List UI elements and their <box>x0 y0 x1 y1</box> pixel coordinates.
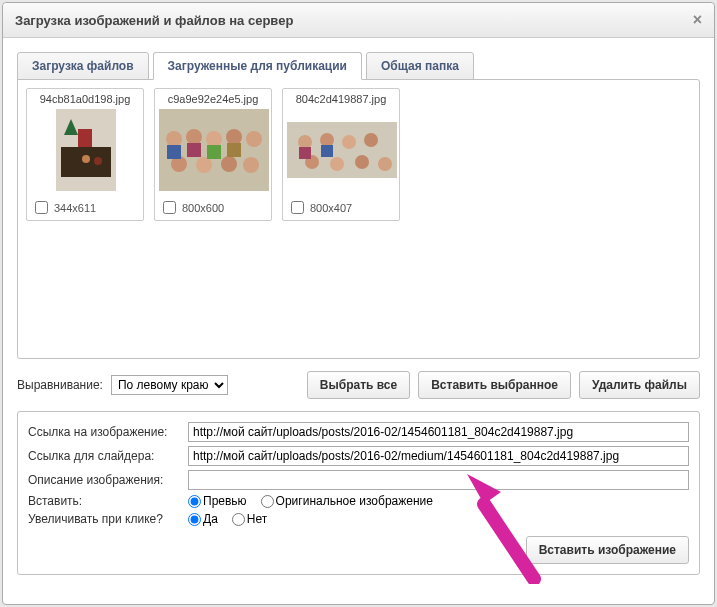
thumbnail-item[interactable]: c9a9e92e24e5.jpg <box>154 88 272 221</box>
action-buttons: Выбрать все Вставить выбранное Удалить ф… <box>307 371 700 399</box>
thumbnail-dims: 800x600 <box>182 202 224 214</box>
dialog-titlebar: Загрузка изображений и файлов на сервер … <box>3 3 714 38</box>
yes-radio[interactable] <box>188 513 201 526</box>
select-all-button[interactable]: Выбрать все <box>307 371 410 399</box>
slider-link-input[interactable] <box>188 446 689 466</box>
insert-label: Вставить: <box>28 494 188 508</box>
upload-dialog: Загрузка изображений и файлов на сервер … <box>2 2 715 605</box>
enlarge-radios: Да Нет <box>188 512 277 526</box>
svg-rect-30 <box>321 145 333 157</box>
image-link-label: Ссылка на изображение: <box>28 425 188 439</box>
slider-link-label: Ссылка для слайдера: <box>28 449 188 463</box>
tab-upload[interactable]: Загрузка файлов <box>17 52 149 80</box>
thumbnail-filename: 94cb81a0d198.jpg <box>31 93 139 105</box>
insert-image-button[interactable]: Вставить изображение <box>526 536 689 564</box>
svg-point-5 <box>94 157 102 165</box>
thumbnail-select-row: 800x600 <box>159 199 267 216</box>
svg-point-11 <box>246 131 262 147</box>
thumbnail-image <box>159 109 269 191</box>
yes-radio-label: Да <box>203 512 218 526</box>
svg-point-21 <box>298 135 312 149</box>
align-select[interactable]: По левому краю <box>111 375 228 395</box>
preview-radio-label: Превью <box>203 494 247 508</box>
insert-selected-button[interactable]: Вставить выбранное <box>418 371 571 399</box>
thumbnail-image <box>31 109 141 191</box>
tab-published[interactable]: Загруженные для публикации <box>153 52 362 80</box>
svg-point-4 <box>82 155 90 163</box>
image-form-panel: Ссылка на изображение: Ссылка для слайде… <box>17 411 700 575</box>
svg-rect-17 <box>187 143 201 157</box>
svg-point-14 <box>221 156 237 172</box>
align-label: Выравнивание: <box>17 378 103 392</box>
thumbnail-dims: 344x611 <box>54 202 96 214</box>
tab-bar: Загрузка файлов Загруженные для публикац… <box>17 52 700 80</box>
close-icon[interactable]: × <box>693 11 702 29</box>
svg-rect-29 <box>299 147 311 159</box>
svg-point-9 <box>206 131 222 147</box>
description-label: Описание изображения: <box>28 473 188 487</box>
svg-rect-2 <box>78 129 92 147</box>
thumbnail-dims: 800x407 <box>310 202 352 214</box>
thumbnail-item[interactable]: 94cb81a0d198.jpg 344x611 <box>26 88 144 221</box>
enlarge-label: Увеличивать при клике? <box>28 512 188 526</box>
dialog-title: Загрузка изображений и файлов на сервер <box>15 13 293 28</box>
dialog-content: Загрузка файлов Загруженные для публикац… <box>3 38 714 589</box>
svg-point-7 <box>166 131 182 147</box>
svg-point-24 <box>364 133 378 147</box>
thumbnail-select-row: 800x407 <box>287 199 395 216</box>
thumbnail-image <box>287 109 397 191</box>
svg-point-23 <box>342 135 356 149</box>
image-link-input[interactable] <box>188 422 689 442</box>
svg-point-13 <box>196 157 212 173</box>
thumbnail-list: 94cb81a0d198.jpg 344x611 <box>26 88 691 221</box>
svg-point-8 <box>186 129 202 145</box>
thumbnail-panel: 94cb81a0d198.jpg 344x611 <box>17 79 700 359</box>
delete-files-button[interactable]: Удалить файлы <box>579 371 700 399</box>
svg-point-26 <box>330 157 344 171</box>
description-input[interactable] <box>188 470 689 490</box>
svg-rect-18 <box>207 145 221 159</box>
insert-mode-radios: Превью Оригинальное изображение <box>188 494 443 508</box>
svg-point-28 <box>378 157 392 171</box>
insert-button-row: Вставить изображение <box>28 536 689 564</box>
controls-row: Выравнивание: По левому краю Выбрать все… <box>17 371 700 399</box>
thumbnail-select-row: 344x611 <box>31 199 139 216</box>
tab-shared[interactable]: Общая папка <box>366 52 474 80</box>
thumbnail-filename: c9a9e92e24e5.jpg <box>159 93 267 105</box>
svg-rect-16 <box>167 145 181 159</box>
thumbnail-checkbox[interactable] <box>163 201 176 214</box>
no-radio[interactable] <box>232 513 245 526</box>
svg-point-10 <box>226 129 242 145</box>
original-radio[interactable] <box>261 495 274 508</box>
svg-point-22 <box>320 133 334 147</box>
svg-point-27 <box>355 155 369 169</box>
svg-rect-19 <box>227 143 241 157</box>
thumbnail-item[interactable]: 804c2d419887.jpg 800x407 <box>282 88 400 221</box>
preview-radio[interactable] <box>188 495 201 508</box>
thumbnail-checkbox[interactable] <box>35 201 48 214</box>
thumbnail-filename: 804c2d419887.jpg <box>287 93 395 105</box>
thumbnail-checkbox[interactable] <box>291 201 304 214</box>
original-radio-label: Оригинальное изображение <box>276 494 433 508</box>
no-radio-label: Нет <box>247 512 267 526</box>
svg-point-15 <box>243 157 259 173</box>
